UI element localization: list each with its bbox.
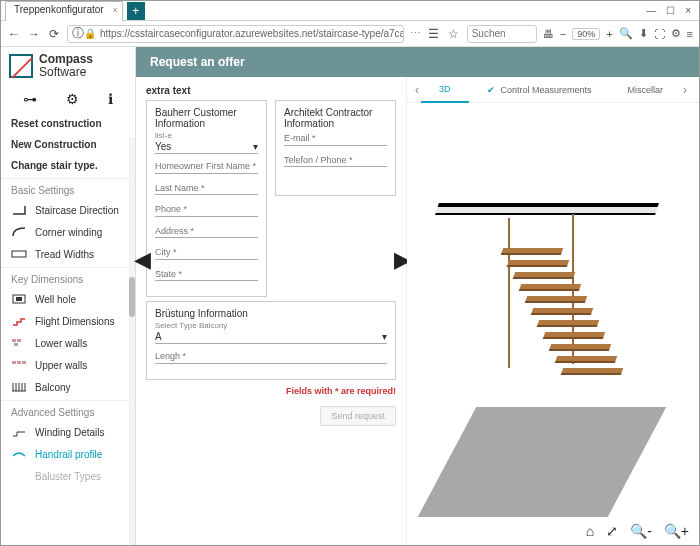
download-icon[interactable]: ⬇ bbox=[639, 27, 648, 40]
back-icon[interactable]: ← bbox=[7, 27, 21, 41]
browser-navbar: ← → ⟳ ⓘ 🔒 https://csstaircaseconfigurato… bbox=[1, 21, 699, 47]
page-title: Request an offer bbox=[150, 55, 245, 69]
length-field[interactable] bbox=[155, 350, 387, 364]
sidebar-new[interactable]: New Construction bbox=[1, 134, 135, 155]
print-icon[interactable]: 🖶 bbox=[543, 28, 554, 40]
new-tab-button[interactable]: + bbox=[127, 2, 145, 20]
sidebar-item-staircase-direction[interactable]: Staircase Direction bbox=[1, 199, 135, 221]
balcony-select[interactable]: A▾ bbox=[155, 330, 387, 344]
info-icon[interactable]: ⓘ bbox=[72, 25, 84, 42]
tab-scroll-left-icon[interactable]: ‹ bbox=[413, 83, 421, 97]
chevron-down-icon: ▾ bbox=[382, 331, 387, 342]
fullscreen-icon[interactable]: ⛶ bbox=[654, 28, 665, 40]
tab-scroll-right-icon[interactable]: › bbox=[681, 83, 689, 97]
page-header: Request an offer bbox=[136, 47, 699, 77]
forward-icon[interactable]: → bbox=[27, 27, 41, 41]
browser-tabstrip: Treppenkonfigurator× + — ☐ × bbox=[1, 1, 699, 21]
url-bar[interactable]: ⓘ 🔒 https://csstaircaseconfigurator.azur… bbox=[67, 25, 404, 43]
balcony-icon bbox=[11, 381, 27, 393]
telefon-field[interactable] bbox=[284, 153, 387, 167]
menu-icon[interactable]: ≡ bbox=[687, 28, 693, 40]
tab-title: Treppenkonfigurator bbox=[14, 4, 104, 15]
email-field[interactable] bbox=[284, 132, 387, 146]
home-icon[interactable]: ⌂ bbox=[586, 523, 594, 539]
search-input[interactable] bbox=[467, 25, 537, 43]
maximize-icon[interactable]: ☐ bbox=[666, 5, 675, 16]
corner-icon bbox=[11, 226, 27, 238]
required-note: Fields with * are required! bbox=[146, 386, 396, 396]
architect-fieldset: Architekt Contractor Information bbox=[275, 100, 396, 196]
tab-control-measurements[interactable]: ✔Control Measurements bbox=[469, 77, 610, 103]
sidebar-toolbar: ⊶ ⚙ ℹ bbox=[1, 85, 135, 113]
reader-icon[interactable]: ☰ bbox=[427, 27, 441, 41]
sidebar-item-upper-walls[interactable]: Upper walls bbox=[1, 354, 135, 376]
list-select[interactable]: Yes▾ bbox=[155, 140, 258, 154]
winding-icon bbox=[11, 426, 27, 438]
preview-panel: ‹ 3D ✔Control Measurements Miscellar › bbox=[406, 77, 699, 545]
svg-rect-5 bbox=[14, 343, 18, 346]
prev-arrow-icon[interactable]: ◀ bbox=[134, 247, 151, 273]
baluster-icon bbox=[11, 470, 27, 482]
send-request-button[interactable]: Send request bbox=[320, 406, 396, 426]
tread-icon bbox=[11, 248, 27, 260]
sidebar-reset[interactable]: Reset construction bbox=[1, 113, 135, 134]
phone-field[interactable] bbox=[155, 203, 258, 217]
wellhole-icon bbox=[11, 293, 27, 305]
expand-icon[interactable]: ⤢ bbox=[606, 523, 618, 539]
viewer-3d[interactable]: ⌂ ⤢ 🔍- 🔍+ bbox=[407, 103, 699, 545]
reload-icon[interactable]: ⟳ bbox=[47, 27, 61, 41]
url-text: https://csstaircaseconfigurator.azureweb… bbox=[100, 28, 404, 39]
sidebar-item-balcony[interactable]: Balcony bbox=[1, 376, 135, 398]
wall-icon bbox=[11, 337, 27, 349]
viewer-controls: ⌂ ⤢ 🔍- 🔍+ bbox=[586, 523, 689, 539]
sidebar-item-well-hole[interactable]: Well hole bbox=[1, 288, 135, 310]
zoom-out-icon[interactable]: 🔍- bbox=[630, 523, 652, 539]
star-icon[interactable]: ☆ bbox=[447, 27, 461, 41]
tab-misc[interactable]: Miscellar bbox=[610, 77, 682, 103]
gear-icon[interactable]: ⚙ bbox=[66, 91, 79, 107]
info-icon[interactable]: ℹ bbox=[108, 91, 113, 107]
zoom-level[interactable]: 90% bbox=[572, 28, 600, 40]
lock-icon: 🔒 bbox=[84, 28, 96, 39]
balcony-select-label: Select Type Balcony bbox=[155, 321, 387, 330]
sidebar-scrollbar[interactable] bbox=[129, 137, 135, 545]
section-key: Key Dimensions bbox=[1, 267, 135, 288]
city-field[interactable] bbox=[155, 246, 258, 260]
sidebar-item-lower-walls[interactable]: Lower walls bbox=[1, 332, 135, 354]
section-basic: Basic Settings bbox=[1, 178, 135, 199]
minimize-icon[interactable]: — bbox=[646, 5, 656, 16]
sidebar-item-baluster[interactable]: Baluster Types bbox=[1, 465, 135, 487]
floor-shape bbox=[418, 407, 666, 517]
zoom-in-icon[interactable]: + bbox=[606, 28, 612, 40]
sidebar-item-winding-details[interactable]: Winding Details bbox=[1, 421, 135, 443]
customer-fieldset: Bauherr Customer Information list-e Yes▾ bbox=[146, 100, 267, 297]
section-advanced: Advanced Settings bbox=[1, 400, 135, 421]
search-icon[interactable]: 🔍 bbox=[619, 27, 633, 40]
browser-tab[interactable]: Treppenkonfigurator× bbox=[5, 1, 123, 21]
zoom-out-icon[interactable]: − bbox=[560, 28, 566, 40]
svg-rect-8 bbox=[22, 361, 26, 364]
state-field[interactable] bbox=[155, 267, 258, 281]
scrollbar-thumb[interactable] bbox=[129, 277, 135, 317]
sidebar-change[interactable]: Change stair type. bbox=[1, 155, 135, 176]
page-actions-icon[interactable]: ⋯ bbox=[410, 27, 421, 40]
zoom-in-icon[interactable]: 🔍+ bbox=[664, 523, 689, 539]
sidebar-item-tread-widths[interactable]: Tread Widths bbox=[1, 243, 135, 265]
last-name-field[interactable] bbox=[155, 181, 258, 195]
sidebar-item-corner-winding[interactable]: Corner winding bbox=[1, 221, 135, 243]
key-icon[interactable]: ⊶ bbox=[23, 91, 37, 107]
sidebar-item-handrail-profile[interactable]: Handrail profile bbox=[1, 443, 135, 465]
close-icon[interactable]: × bbox=[112, 5, 117, 15]
gear-icon[interactable]: ⚙ bbox=[671, 27, 681, 40]
tab-3d[interactable]: 3D bbox=[421, 77, 469, 103]
flight-icon bbox=[11, 315, 27, 327]
form-panel: ◀ ▶ extra text Bauherr Customer Informat… bbox=[136, 77, 406, 545]
close-window-icon[interactable]: × bbox=[685, 5, 691, 16]
sidebar-item-flight-dimensions[interactable]: Flight Dimensions bbox=[1, 310, 135, 332]
main-panel: Request an offer ◀ ▶ extra text Bauherr … bbox=[136, 47, 699, 545]
address-field[interactable] bbox=[155, 224, 258, 238]
first-name-field[interactable] bbox=[155, 160, 258, 174]
window-controls: — ☐ × bbox=[646, 5, 699, 16]
sidebar-scroll[interactable]: Reset construction New Construction Chan… bbox=[1, 113, 135, 545]
logo-mark-icon bbox=[9, 54, 33, 78]
